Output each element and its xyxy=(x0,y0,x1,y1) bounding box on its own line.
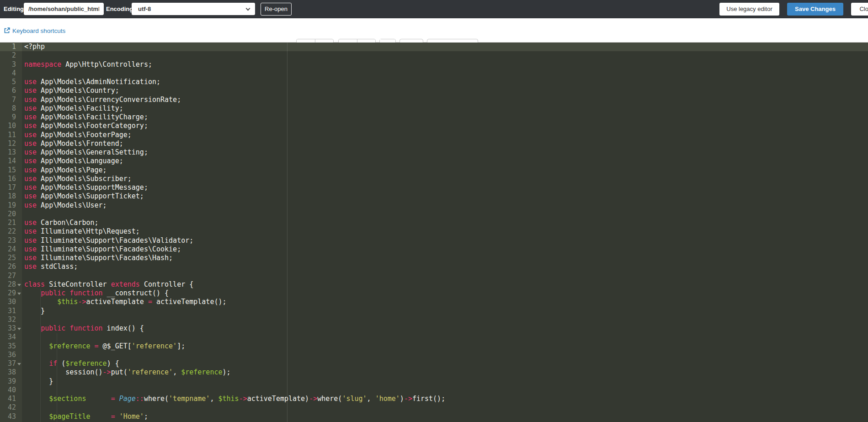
code-text[interactable]: use App\Models\CurrencyConversionRate; xyxy=(22,96,868,104)
line-number[interactable]: 43 xyxy=(0,412,22,421)
code-text[interactable]: <?php xyxy=(22,43,868,51)
line-number[interactable]: 14 xyxy=(0,157,22,166)
code-text[interactable] xyxy=(22,333,868,342)
code-line[interactable]: 14use App\Models\Language; xyxy=(0,157,868,166)
code-text[interactable]: $sections = Page::where('tempname', $thi… xyxy=(22,395,868,403)
code-text[interactable]: $reference = @$_GET['reference']; xyxy=(22,342,868,351)
code-line[interactable]: 18use App\Models\SupportTicket; xyxy=(0,192,868,201)
code-line[interactable]: 2 xyxy=(0,51,868,60)
code-line[interactable]: 30 $this->activeTemplate = activeTemplat… xyxy=(0,298,868,306)
code-line[interactable]: 12use App\Models\Frontend; xyxy=(0,139,868,148)
code-line[interactable]: 7use App\Models\CurrencyConversionRate; xyxy=(0,96,868,104)
code-line[interactable]: 31 } xyxy=(0,307,868,315)
code-text[interactable]: use Illuminate\Support\Facades\Cookie; xyxy=(22,245,868,254)
code-text[interactable]: use App\Models\SupportTicket; xyxy=(22,192,868,201)
code-line[interactable]: 4 xyxy=(0,69,868,78)
fold-arrow-icon[interactable] xyxy=(17,293,21,295)
code-text[interactable]: use Illuminate\Support\Facades\Validator… xyxy=(22,236,868,245)
line-number[interactable]: 7 xyxy=(0,96,22,104)
code-text[interactable]: use Illuminate\Http\Request; xyxy=(22,227,868,236)
line-number[interactable]: 24 xyxy=(0,245,22,254)
line-number[interactable]: 13 xyxy=(0,148,22,157)
code-line[interactable]: 20 xyxy=(0,210,868,219)
line-number[interactable]: 41 xyxy=(0,395,22,403)
line-number[interactable]: 22 xyxy=(0,227,22,236)
line-number[interactable]: 4 xyxy=(0,69,22,78)
line-number[interactable]: 38 xyxy=(0,368,22,377)
code-text[interactable]: use App\Models\GeneralSetting; xyxy=(22,148,868,157)
code-text[interactable] xyxy=(22,386,868,395)
line-number[interactable]: 15 xyxy=(0,166,22,175)
code-text[interactable]: use App\Models\Frontend; xyxy=(22,139,868,148)
code-text[interactable]: class SiteController extends Controller … xyxy=(22,280,868,289)
code-line[interactable]: 21use Carbon\Carbon; xyxy=(0,219,868,227)
fold-arrow-icon[interactable] xyxy=(17,363,21,365)
code-text[interactable]: use App\Models\Country; xyxy=(22,86,868,95)
fold-arrow-icon[interactable] xyxy=(17,328,21,330)
code-line[interactable]: 28class SiteController extends Controlle… xyxy=(0,280,868,289)
code-text[interactable]: use App\Models\FooterCategory; xyxy=(22,122,868,130)
line-number[interactable]: 37 xyxy=(0,359,22,368)
code-line[interactable]: 1<?php xyxy=(0,43,868,51)
code-text[interactable]: $pageTitle = 'Home'; xyxy=(22,412,868,421)
code-line[interactable]: 39 } xyxy=(0,377,868,386)
code-text[interactable]: public function __construct() { xyxy=(22,289,868,298)
line-number[interactable]: 3 xyxy=(0,60,22,69)
line-number[interactable]: 40 xyxy=(0,386,22,395)
reopen-button[interactable]: Re-open xyxy=(261,3,292,16)
line-number[interactable]: 12 xyxy=(0,139,22,148)
code-text[interactable]: use App\Models\Language; xyxy=(22,157,868,166)
code-line[interactable]: 26use stdClass; xyxy=(0,262,868,271)
code-line[interactable]: 32 xyxy=(0,315,868,324)
code-text[interactable]: } xyxy=(22,307,868,315)
code-text[interactable]: use App\Models\AdminNotification; xyxy=(22,78,868,86)
line-number[interactable]: 16 xyxy=(0,175,22,183)
code-line[interactable]: 34 xyxy=(0,333,868,342)
code-text[interactable]: use App\Models\SupportMessage; xyxy=(22,183,868,192)
code-text[interactable]: use App\Models\Facility; xyxy=(22,104,868,113)
code-text[interactable]: public function index() { xyxy=(22,324,868,333)
code-line[interactable]: 22use Illuminate\Http\Request; xyxy=(0,227,868,236)
line-number[interactable]: 39 xyxy=(0,377,22,386)
code-line[interactable]: 33 public function index() { xyxy=(0,324,868,333)
code-text[interactable]: session()->put('reference', $reference); xyxy=(22,368,868,377)
line-number[interactable]: 21 xyxy=(0,219,22,227)
line-number[interactable]: 29 xyxy=(0,289,22,298)
code-line[interactable]: 27 xyxy=(0,272,868,280)
code-text[interactable] xyxy=(22,69,868,78)
save-changes-button[interactable]: Save Changes xyxy=(787,3,843,16)
code-line[interactable]: 36 xyxy=(0,351,868,359)
code-text[interactable]: if ($reference) { xyxy=(22,359,868,368)
code-line[interactable]: 8use App\Models\Facility; xyxy=(0,104,868,113)
code-line[interactable]: 38 session()->put('reference', $referenc… xyxy=(0,368,868,377)
use-legacy-editor-button[interactable]: Use legacy editor xyxy=(719,3,779,16)
code-text[interactable] xyxy=(22,351,868,359)
code-text[interactable]: use App\Models\User; xyxy=(22,201,868,210)
code-line[interactable]: 3namespace App\Http\Controllers; xyxy=(0,60,868,69)
code-text[interactable]: use App\Models\FacilityCharge; xyxy=(22,113,868,122)
line-number[interactable]: 17 xyxy=(0,183,22,192)
code-text[interactable] xyxy=(22,272,868,280)
code-line[interactable]: 42 xyxy=(0,403,868,412)
code-line[interactable]: 35 $reference = @$_GET['reference']; xyxy=(0,342,868,351)
fold-arrow-icon[interactable] xyxy=(17,284,21,286)
line-number[interactable]: 30 xyxy=(0,298,22,306)
file-path-input[interactable] xyxy=(24,3,104,15)
code-text[interactable]: } xyxy=(22,377,868,386)
line-number[interactable]: 23 xyxy=(0,236,22,245)
line-number[interactable]: 1 xyxy=(0,43,22,51)
code-line[interactable]: 41 $sections = Page::where('tempname', $… xyxy=(0,395,868,403)
line-number[interactable]: 36 xyxy=(0,351,22,359)
code-text[interactable]: use stdClass; xyxy=(22,262,868,271)
code-line[interactable]: 16use App\Models\Subscriber; xyxy=(0,175,868,183)
code-text[interactable]: use App\Models\Page; xyxy=(22,166,868,175)
line-number[interactable]: 35 xyxy=(0,342,22,351)
code-line[interactable]: 29 public function __construct() { xyxy=(0,289,868,298)
code-line[interactable]: 37 if ($reference) { xyxy=(0,359,868,368)
code-editor[interactable]: 1<?php23namespace App\Http\Controllers;4… xyxy=(0,43,868,422)
code-line[interactable]: 6use App\Models\Country; xyxy=(0,86,868,95)
code-text[interactable]: use App\Models\FooterPage; xyxy=(22,131,868,139)
code-line[interactable]: 17use App\Models\SupportMessage; xyxy=(0,183,868,192)
code-text[interactable] xyxy=(22,403,868,412)
code-line[interactable]: 25use Illuminate\Support\Facades\Hash; xyxy=(0,254,868,262)
